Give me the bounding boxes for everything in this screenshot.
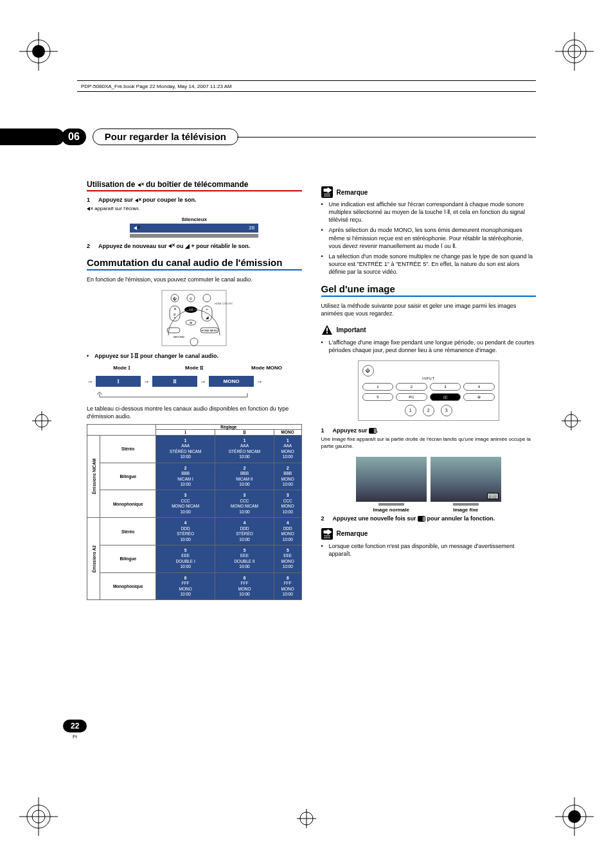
freeze-osd-icon: ▯→▯ (487, 493, 499, 499)
p-freeze: Utilisez la méthode suivante pour saisir… (321, 302, 537, 317)
svg-text:HOME MENU: HOME MENU (202, 329, 218, 332)
mute-osd-value: 28 (249, 225, 254, 231)
svg-text:✕: ✕ (173, 307, 177, 311)
chapter-title: Pour regarder la télévision (93, 128, 238, 145)
print-tick-b (297, 809, 316, 829)
table-cell: 4DDDSTÉRÉO10:00 (156, 518, 215, 545)
row-label: Stéréo (100, 518, 156, 545)
note-label: Remarque (337, 189, 368, 196)
row-label: Bilingue (100, 463, 156, 490)
note-header-1: Remarque (321, 186, 537, 198)
row-label: Monophonique (100, 490, 156, 518)
table-cell: 4DDDSTÉRÉO10:00 (215, 518, 274, 545)
chapter-number: 06 (62, 128, 86, 145)
mode-pill-1: Ⅰ (96, 376, 141, 387)
mute-icon (87, 206, 93, 211)
important-1: •L'affichage d'une image fixe pendant un… (321, 339, 537, 354)
freeze-step-2: 2 Appuyez une nouvelle fois sur pour ann… (321, 515, 537, 522)
mute-icon (134, 226, 140, 231)
table-cell: 5EEEMONO10:00 (274, 545, 301, 572)
table-cell: 3CCCMONO NICAM10:00 (215, 490, 274, 518)
important-label: Important (337, 326, 366, 333)
mute-icon (135, 198, 141, 203)
left-column: Utilisation de du boîtier de télécommand… (87, 180, 302, 600)
note-3: •La sélection d'un mode sonore multiplex… (321, 252, 537, 276)
remote-illustration-1: ⏻ 0 HDMI CONTROL ✕+ +◢ I·II P ⊕ HOME MEN… (155, 289, 233, 347)
audio-table: Réglage Ⅰ Ⅱ MONO Émissions NICAMStéréo1A… (87, 424, 302, 601)
note-label-2: Remarque (337, 530, 368, 537)
print-mark-tl (19, 32, 58, 71)
table-cell: 5EEEDOUBLE I10:00 (156, 545, 215, 572)
heading-freeze: Gel d'une image (321, 283, 537, 297)
tv-normal: Image normale (356, 457, 427, 513)
caption-fixe: Image fixe (431, 507, 501, 513)
table-cell: 4DDDMONO10:00 (274, 518, 301, 545)
p-audio: En fonction de l'émission, vous pouvez c… (87, 276, 302, 283)
print-mark-bl (19, 797, 58, 836)
book-header: PDP-5080XA_Fre.book Page 22 Monday, May … (77, 80, 536, 92)
input-pc: PC (396, 393, 427, 401)
tv-fixe: ▯→▯ Image fixe (431, 457, 501, 513)
table-cell: 6FFFMONO10:00 (274, 572, 301, 600)
table-cell: 1AAASTÉRÉO NICAM10:00 (215, 435, 274, 463)
th-c2: Ⅱ (215, 429, 274, 435)
svg-text:HDMI CONTROL: HDMI CONTROL (215, 302, 233, 305)
svg-rect-50 (326, 332, 328, 333)
freeze-icon (369, 428, 377, 434)
table-cell: 1AAAMONO10:00 (274, 435, 301, 463)
mode-diagram: Mode Ⅰ Mode Ⅱ Mode MONO (87, 365, 302, 371)
input-4: 4 (463, 383, 495, 391)
volume-up-icon: ◢ (185, 243, 190, 249)
important-header: Important (321, 324, 537, 336)
note-2: •Après sélection du mode MONO, les sons … (321, 226, 537, 249)
num-1: 1 (405, 405, 416, 416)
important-icon (321, 324, 333, 336)
mode-pill-2: Ⅱ (152, 376, 197, 387)
mode-loop-arrow (87, 392, 302, 401)
table-cell: 1AAASTÉRÉO NICAM10:00 (156, 435, 215, 463)
input-label: INPUT (362, 376, 495, 380)
freeze-button: ▯▯ (430, 393, 461, 401)
svg-text:0: 0 (190, 297, 193, 301)
step1-after: apparaît sur l'écran. (87, 206, 302, 213)
mute-osd: Silencieux 28 (130, 217, 258, 238)
right-column: Remarque •Une indication est affichée su… (321, 180, 537, 600)
row-label: Bilingue (100, 545, 156, 572)
mute-icon (168, 244, 175, 249)
svg-rect-49 (326, 328, 328, 332)
th-reglage: Réglage (156, 424, 301, 429)
table-cell: 2BBBMONO10:00 (274, 463, 301, 490)
mode-pills: → Ⅰ → Ⅱ → MONO → (87, 376, 302, 387)
table-cell: 2BBBNICAM I10:00 (156, 463, 215, 490)
print-tick-r (562, 411, 581, 432)
input-blank: ⊕ (463, 393, 495, 401)
row-label: Monophonique (100, 572, 156, 600)
chapter-bar: 06 Pour regarder la télévision (0, 128, 536, 145)
svg-text:⏻: ⏻ (173, 297, 177, 301)
power-icon: ⏻ (362, 365, 374, 376)
svg-text:◢: ◢ (206, 315, 209, 319)
mode-pill-mono: MONO (209, 376, 254, 387)
note-header-2: Remarque (321, 528, 537, 540)
step-1: 1 Appuyez sur pour couper le son. (87, 197, 302, 203)
num-3: 3 (441, 405, 452, 416)
mute-icon (138, 182, 144, 188)
page-number: 22 Fr (63, 720, 87, 740)
row-label: Stéréo (100, 435, 156, 463)
note-icon (321, 528, 333, 540)
svg-text:+: + (206, 307, 208, 311)
page-number-value: 22 (63, 720, 87, 732)
table-cell: 2BBBNICAM II10:00 (215, 463, 274, 490)
tv-pair: Image normale ▯→▯ Image fixe (321, 457, 537, 513)
input-2: 2 (396, 383, 427, 391)
p-table-intro: Le tableau ci-dessous montre les canaux … (87, 405, 302, 420)
svg-point-30 (203, 294, 211, 302)
group-header: Émissions NICAM (87, 435, 100, 517)
freeze-step-1: 1 Appuyez sur . (321, 427, 537, 434)
th-c1: Ⅰ (156, 429, 215, 435)
heading-audio-switch: Commutation du canal audio de l'émission (87, 257, 302, 270)
print-mark-tr (555, 32, 594, 71)
step-2: 2 Appuyez de nouveau sur ou ◢ + pour rét… (87, 243, 302, 250)
table-cell: 5EEEDOUBLE II10:00 (215, 545, 274, 572)
table-cell: 3CCCMONO10:00 (274, 490, 301, 518)
